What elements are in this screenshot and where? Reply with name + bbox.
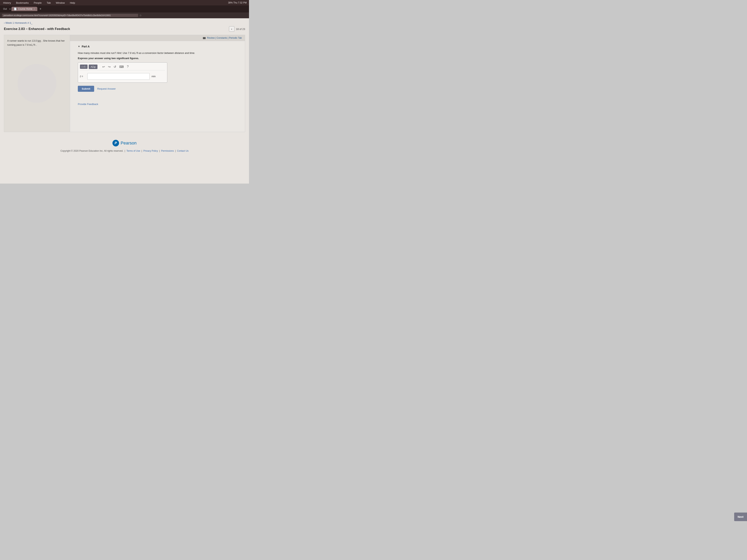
refresh-btn[interactable]: ↺ xyxy=(113,64,117,69)
action-row: Submit Request Answer xyxy=(78,86,237,92)
help-btn[interactable]: ? xyxy=(126,64,130,69)
request-answer-button[interactable]: Request Answer xyxy=(97,87,116,90)
bookmark-star-icon[interactable]: ☆ xyxy=(139,14,142,17)
nav-prev-button[interactable]: ‹ xyxy=(229,26,234,32)
menu-window[interactable]: Window xyxy=(55,1,66,5)
url-input[interactable] xyxy=(2,14,138,17)
menu-bookmarks[interactable]: Bookmarks xyxy=(15,1,29,5)
instruction-text: Express your answer using two significan… xyxy=(78,57,237,60)
review-bar: Review | Constants | Periodic Tab xyxy=(70,35,245,41)
review-icon xyxy=(203,37,206,39)
part-label: Part A xyxy=(82,45,90,48)
exercise-title: Exercise 2.83 – Enhanced - with Feedback xyxy=(4,27,70,31)
problem-description: A runner wants to run 13.0 km . She know… xyxy=(7,39,67,47)
tab-course-home[interactable]: 📄 Course Home ✕ xyxy=(11,7,37,11)
tab-out-close[interactable]: ✕ xyxy=(9,8,11,10)
math-toolbar: □ √□ AΣφ ↩ ↪ ↺ ⌨ ? xyxy=(80,64,165,71)
tab-label: Course Home xyxy=(18,7,32,10)
footer: P Pearson Copyright © 2020 Pearson Educa… xyxy=(4,132,245,154)
address-bar: ☆ xyxy=(0,12,249,18)
copyright-text: Copyright © 2020 Pearson Education Inc. … xyxy=(60,150,123,152)
math-template-btn[interactable]: □ √□ xyxy=(80,64,87,69)
privacy-policy-link[interactable]: Privacy Policy xyxy=(144,150,158,152)
breadcrumb[interactable]: Week 1 Homework # 1_ xyxy=(4,21,245,24)
tab-bar: Out ✕ 📄 Course Home ✕ + xyxy=(0,5,249,12)
nav-counter: 18 of 23 xyxy=(236,28,245,30)
nav-controls: ‹ 18 of 23 xyxy=(229,26,245,32)
part-toggle-icon[interactable]: ▼ xyxy=(78,45,80,48)
math-input-container: □ √□ AΣφ ↩ ↪ ↺ ⌨ ? t = xyxy=(78,62,167,83)
permissions-link[interactable]: Permissions xyxy=(161,150,174,152)
pearson-logo: P Pearson xyxy=(4,140,245,146)
square-root-icon: □ xyxy=(81,65,83,68)
pearson-name: Pearson xyxy=(121,140,136,145)
footer-links: Copyright © 2020 Pearson Education Inc. … xyxy=(4,150,245,152)
content-area: A runner wants to run 13.0 km . She know… xyxy=(4,35,245,132)
answer-unit: min xyxy=(152,75,157,78)
menu-people[interactable]: People xyxy=(33,1,42,5)
tab-page-icon: 📄 xyxy=(14,7,17,10)
math-symbols-btn[interactable]: AΣφ xyxy=(89,64,98,69)
answer-label: t = xyxy=(80,75,85,78)
system-info: 38% Thu 7:32 PM xyxy=(228,1,247,4)
menu-help[interactable]: Help xyxy=(69,1,76,5)
menu-items: History Bookmarks People Tab Window Help xyxy=(2,1,228,5)
hint-text: Hint: Use 7.9 mi/h as a conversion facto… xyxy=(117,52,195,54)
terms-of-use-link[interactable]: Terms of Use xyxy=(126,150,140,152)
part-header: ▼ Part A xyxy=(78,45,237,48)
menu-tab[interactable]: Tab xyxy=(46,1,52,5)
main-content: Week 1 Homework # 1_ Exercise 2.83 – Enh… xyxy=(0,18,249,184)
tab-out[interactable]: Out xyxy=(2,7,8,11)
part-a-section: ▼ Part A How many minutes must she run? … xyxy=(70,41,245,96)
undo-btn[interactable]: ↩ xyxy=(101,64,106,69)
answer-row: t = min xyxy=(80,72,165,80)
review-bar-text[interactable]: Review | Constants | Periodic Tab xyxy=(207,36,242,39)
pearson-logo-icon: P xyxy=(112,140,119,146)
submit-button[interactable]: Submit xyxy=(78,86,94,92)
redo-btn[interactable]: ↪ xyxy=(107,64,111,69)
battery-wifi-info: 38% Thu 7:32 PM xyxy=(228,1,247,4)
question-text: How many minutes must she run? Hint: Use… xyxy=(78,51,237,55)
provide-feedback-link[interactable]: Provide Feedback xyxy=(78,103,98,106)
answer-input[interactable] xyxy=(87,73,150,80)
contact-us-link[interactable]: Contact Us xyxy=(177,150,188,152)
right-panel: Review | Constants | Periodic Tab ▼ Part… xyxy=(70,35,245,132)
menu-bar: History Bookmarks People Tab Window Help… xyxy=(0,0,249,5)
tab-close-btn[interactable]: ✕ xyxy=(33,8,35,10)
menu-history[interactable]: History xyxy=(2,1,12,5)
exercise-title-row: Exercise 2.83 – Enhanced - with Feedback… xyxy=(4,26,245,32)
feedback-row: Provide Feedback xyxy=(70,99,245,109)
keyboard-btn[interactable]: ⌨ xyxy=(118,64,125,69)
left-panel: A runner wants to run 13.0 km . She know… xyxy=(4,35,70,132)
new-tab-button[interactable]: + xyxy=(38,7,43,11)
sqrt-symbol: √□ xyxy=(83,65,86,68)
